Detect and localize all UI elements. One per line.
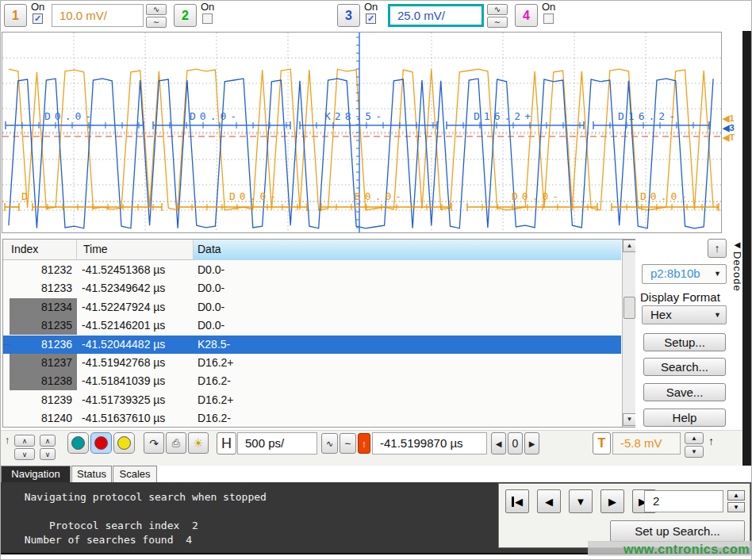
table-row[interactable]: 81234-41.52247924 µsD0.0-: [3, 298, 621, 316]
ch2-on-checkbox[interactable]: [202, 13, 213, 24]
decode-label-orange: D0.0-: [355, 190, 405, 202]
ch1-coupling-button-top[interactable]: ∿: [146, 4, 167, 15]
table-row[interactable]: 81232-41.52451368 µsD0.0-: [3, 261, 621, 279]
table-row[interactable]: 81240-41.51637610 µsD16.2-: [3, 409, 621, 428]
bottom-border: [1, 556, 752, 560]
decode-side-tab[interactable]: ◄Decode: [731, 239, 743, 292]
table-scrollbar[interactable]: ▲ ▼: [622, 240, 635, 427]
ch4-on-checkbox[interactable]: [543, 13, 554, 24]
h-sweep-button-1[interactable]: ∿: [321, 433, 338, 454]
table-row[interactable]: 81238-41.51841039 µsD16.2-: [3, 372, 621, 390]
printer-icon: ⎙: [172, 437, 180, 450]
h-sweep-button-2[interactable]: ∼: [340, 433, 356, 454]
single-icon: [117, 436, 131, 450]
cell-data: D0.0-: [198, 279, 610, 297]
spinner-up-button[interactable]: ∧: [40, 435, 56, 447]
cell-time: -41.51942768 µs: [82, 354, 194, 372]
spinner-down-button[interactable]: ∨: [40, 448, 56, 460]
table-row[interactable]: 81235-41.52146201 µsD0.0-: [3, 316, 621, 335]
cell-index: 81238: [10, 372, 77, 390]
setup-button[interactable]: Setup...: [643, 333, 726, 351]
ch2-button[interactable]: 2: [174, 4, 197, 27]
nav-stop-button[interactable]: ▼: [569, 489, 593, 513]
spinner-up-button[interactable]: ▲: [685, 432, 704, 444]
cell-time: -41.51739325 µs: [82, 391, 194, 409]
column-header-data[interactable]: Data: [194, 240, 621, 260]
nav-prev-button[interactable]: ◀: [537, 489, 561, 513]
ch1-button[interactable]: 1: [4, 4, 27, 27]
cell-index: 81236: [10, 336, 77, 354]
ch1-coupling-button-bottom[interactable]: ∼: [146, 17, 167, 28]
ch1-scale-field[interactable]: 10.0 mV/: [52, 4, 144, 27]
ch3-coupling-button-bottom[interactable]: ∼: [487, 17, 508, 28]
run-icon: [71, 436, 85, 450]
scrollbar-down-button[interactable]: ▼: [623, 413, 636, 426]
zero-button[interactable]: 0: [508, 432, 523, 455]
tab-status[interactable]: Status: [71, 466, 112, 482]
timebase-field[interactable]: 500 ps/: [237, 432, 317, 455]
step-left-button[interactable]: ◀: [491, 432, 506, 455]
ch3-on-checkbox[interactable]: [366, 13, 376, 24]
display-format-select[interactable]: Hex ▼: [642, 305, 727, 324]
tab-scales[interactable]: Scales: [113, 466, 157, 482]
stop-button[interactable]: [90, 432, 112, 454]
waveform-display[interactable]: D0.0-D0.0-K28.5-D16.2+D16.2-DD0.0-D0.0-D…: [1, 31, 742, 236]
step-right-button[interactable]: ▶: [524, 432, 539, 455]
cell-data: D0.0-: [198, 261, 610, 279]
export-button[interactable]: ↷: [144, 432, 164, 454]
ch3-coupling-button-top[interactable]: ∿: [487, 4, 508, 15]
channel-marker-1: ◀1: [722, 113, 735, 123]
ch4-button[interactable]: 4: [515, 4, 538, 27]
nav-first-button[interactable]: ◀: [505, 489, 529, 513]
search-index-field[interactable]: 2: [644, 490, 723, 512]
display-format-value: Hex: [650, 308, 672, 321]
tab-navigation[interactable]: Navigation: [1, 466, 71, 482]
cell-data: D16.2-: [198, 372, 610, 390]
ch1-on-checkbox[interactable]: [33, 13, 43, 24]
column-header-index[interactable]: Index: [3, 240, 77, 260]
arrow-right-icon: ▶: [608, 496, 616, 508]
spinner-up-button[interactable]: ▲: [727, 490, 745, 501]
table-row[interactable]: 81239-41.51739325 µsD16.2+: [3, 391, 621, 409]
arrow-left-icon: ◀: [515, 496, 523, 508]
spinner-down-button[interactable]: ▼: [685, 446, 704, 458]
ch3-button[interactable]: 3: [337, 4, 360, 27]
trigger-menu-button[interactable]: T: [593, 432, 611, 455]
ch3-scale-field[interactable]: 25.0 mV/: [388, 4, 484, 27]
search-navigation-panel: ◀ ◀ ▼ ▶ ▶ 2 ▲ ▼ Set up Search...: [498, 483, 750, 548]
spinner-up-button[interactable]: ∧: [14, 435, 35, 447]
run-button[interactable]: [67, 432, 89, 454]
trigger-level-field[interactable]: -5.8 mV: [612, 432, 681, 455]
table-row[interactable]: 81236-41.52044482 µsK28.5-: [3, 336, 621, 354]
cell-index: 81239: [10, 391, 77, 409]
table-row[interactable]: 81233-41.52349642 µsD0.0-: [3, 279, 621, 297]
chevron-down-icon: ▼: [714, 306, 721, 324]
horizontal-menu-button[interactable]: H: [217, 432, 236, 455]
vertical-spinner-2: ∧ ∨: [40, 435, 56, 460]
print-button[interactable]: ⎙: [166, 432, 186, 454]
spinner-down-button[interactable]: ▼: [727, 502, 745, 512]
brightness-button[interactable]: ☀: [188, 432, 209, 454]
setup-search-button[interactable]: Set up Search...: [610, 520, 745, 542]
save-button[interactable]: Save...: [643, 383, 726, 401]
cell-index: 81237: [10, 354, 77, 372]
column-header-time[interactable]: Time: [77, 240, 194, 260]
nav-next-button[interactable]: ▶: [600, 489, 624, 513]
cell-index: 81232: [10, 261, 77, 279]
bus-select[interactable]: p2:8b10b ▼: [642, 264, 727, 284]
trigger-position-button[interactable]: ↑: [358, 433, 370, 454]
help-button[interactable]: Help: [643, 408, 726, 427]
scrollbar-up-button[interactable]: ▲: [623, 240, 636, 252]
search-button[interactable]: Search...: [643, 358, 726, 376]
cell-data: D0.0-: [198, 298, 610, 316]
h-position-field[interactable]: -41.5199870 µs: [372, 432, 487, 455]
chevron-down-icon: ▼: [714, 265, 721, 282]
single-button[interactable]: [113, 432, 135, 454]
scrollbar-thumb[interactable]: [623, 297, 635, 319]
bus-select-value: p2:8b10b: [650, 267, 700, 280]
collapse-panel-button[interactable]: ↑: [708, 239, 727, 258]
table-row[interactable]: 81237-41.51942768 µsD16.2+: [3, 354, 621, 372]
channel-bar: 1 On 10.0 mV/ ∿ ∼ 2 On 3 On 25.0 mV/ ∿ ∼…: [1, 1, 752, 31]
bar-icon: [512, 497, 514, 507]
spinner-down-button[interactable]: ∨: [14, 448, 35, 460]
